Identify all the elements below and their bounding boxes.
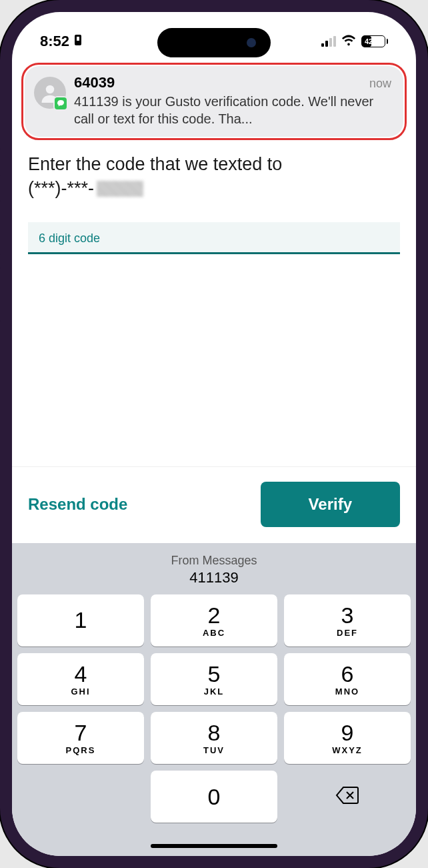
- screen: 8:52 42: [12, 12, 416, 856]
- wifi-icon: [341, 33, 356, 50]
- autofill-code: 411139: [17, 569, 411, 586]
- status-left: 8:52: [40, 33, 83, 50]
- key-3[interactable]: 3 DEF: [284, 594, 411, 646]
- action-row: Resend code Verify: [12, 466, 416, 543]
- keypad-grid: 1 2 ABC 3 DEF 4 GHI 5 JKL: [17, 594, 411, 823]
- redacted-digits: [97, 181, 143, 197]
- notification-avatar: [34, 77, 66, 109]
- key-5[interactable]: 5 JKL: [151, 653, 277, 705]
- verify-button[interactable]: Verify: [261, 482, 400, 527]
- key-7[interactable]: 7 PQRS: [17, 712, 144, 764]
- numeric-keyboard: From Messages 411139 1 2 ABC 3 DEF 4: [12, 543, 416, 856]
- prompt-prefix: Enter the code that we texted to: [28, 154, 282, 174]
- clock: 8:52: [40, 33, 69, 50]
- notification-highlight: 64039 now 411139 is your Gusto verificat…: [21, 63, 407, 140]
- notification-sender: 64039: [74, 74, 115, 91]
- key-4[interactable]: 4 GHI: [17, 653, 144, 705]
- key-1[interactable]: 1: [17, 594, 144, 646]
- code-input[interactable]: 6 digit code: [28, 222, 400, 254]
- autofill-source: From Messages: [17, 554, 411, 568]
- resend-code-link[interactable]: Resend code: [28, 495, 127, 514]
- autofill-suggestion[interactable]: From Messages 411139: [17, 550, 411, 594]
- key-2[interactable]: 2 ABC: [151, 594, 277, 646]
- code-input-label: 6 digit code: [39, 232, 389, 246]
- volume-up-button: [0, 200, 1, 255]
- mute-switch: [0, 148, 1, 176]
- svg-rect-1: [77, 37, 79, 41]
- battery-percent: 42: [365, 37, 373, 45]
- phone-frame: 8:52 42: [0, 0, 428, 868]
- dynamic-island: [157, 28, 271, 57]
- messages-app-badge-icon: [53, 96, 68, 111]
- notification-banner[interactable]: 64039 now 411139 is your Gusto verificat…: [25, 66, 403, 137]
- key-6[interactable]: 6 MNO: [284, 653, 411, 705]
- svg-point-2: [46, 85, 55, 94]
- indicator-icon: [73, 33, 83, 50]
- backspace-key[interactable]: [284, 771, 411, 823]
- battery-icon: 42: [361, 35, 388, 47]
- key-9[interactable]: 9 WXYZ: [284, 712, 411, 764]
- key-blank: [17, 771, 144, 823]
- page-title: Enter the code that we texted to (***)-*…: [28, 152, 400, 201]
- status-right: 42: [321, 33, 388, 50]
- home-indicator[interactable]: [151, 844, 277, 848]
- notification-message: 411139 is your Gusto verification code. …: [74, 93, 391, 127]
- main-content: Enter the code that we texted to (***)-*…: [12, 147, 416, 466]
- notification-body: 64039 now 411139 is your Gusto verificat…: [74, 74, 391, 127]
- key-8[interactable]: 8 TUV: [151, 712, 277, 764]
- masked-phone: (***)-***-: [28, 176, 94, 200]
- key-0[interactable]: 0: [151, 771, 277, 823]
- cellular-icon: [321, 36, 336, 47]
- notification-timestamp: now: [369, 77, 391, 91]
- backspace-icon: [335, 786, 359, 807]
- volume-down-button: [0, 267, 1, 322]
